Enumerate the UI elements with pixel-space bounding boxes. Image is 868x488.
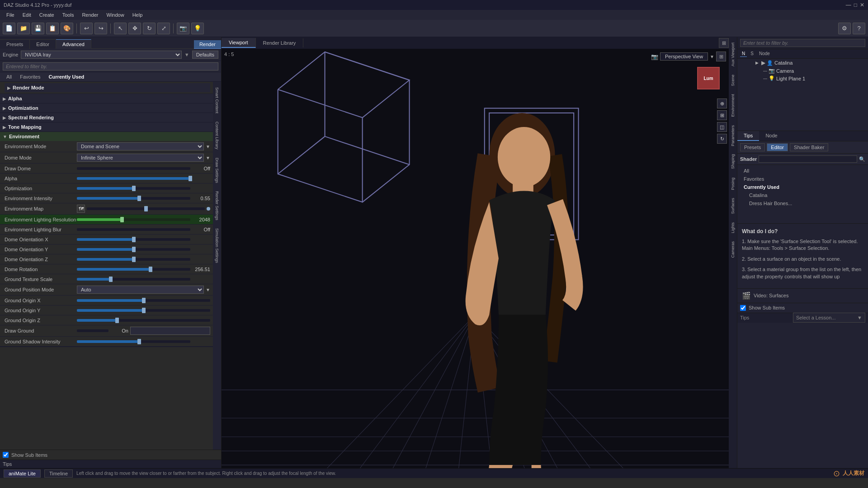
render-settings-tab[interactable]: Render Settings (214, 188, 220, 224)
animate-lite-tab[interactable]: aniMate Lite (4, 469, 41, 478)
scene-vtab[interactable]: Scene (730, 71, 736, 90)
alpha-header[interactable]: ▶ Alpha (0, 94, 213, 103)
show-sub-items-check[interactable] (3, 452, 9, 458)
content-library-tab[interactable]: Content Library (214, 118, 220, 153)
alpha-slider[interactable] (77, 177, 190, 180)
window-controls[interactable]: — □ ✕ (846, 2, 864, 8)
tool-light[interactable]: 💡 (191, 23, 204, 34)
ground-position-dropdown[interactable]: ▼ (206, 287, 210, 292)
env-mode-select[interactable]: Dome and Scene (77, 142, 204, 150)
shader-sub-catalina[interactable]: Catalina (740, 191, 865, 199)
env-intensity-slider[interactable] (77, 197, 190, 200)
draw-ground-slider[interactable] (77, 329, 108, 332)
ground-position-select[interactable]: Auto (77, 286, 204, 294)
minimize-btn[interactable]: — (846, 2, 851, 8)
env-map-slider[interactable] (87, 207, 205, 210)
tool-scale[interactable]: ⤢ (157, 23, 170, 34)
render-mode-arrow[interactable]: ▶ (7, 85, 11, 90)
scene-n-tab[interactable]: N (740, 51, 747, 57)
engine-select[interactable]: NVIDIA Iray (21, 51, 181, 59)
dome-mode-select[interactable]: Infinite Sphere (77, 154, 204, 162)
lights-vtab[interactable]: Lights (730, 219, 736, 237)
right-filter-input[interactable] (740, 39, 865, 47)
posing-vtab[interactable]: Posing (730, 174, 736, 194)
vp-camera-icon[interactable]: 📷 (651, 53, 658, 60)
menu-help[interactable]: Help (129, 11, 146, 19)
right-show-sub-items-check[interactable] (740, 305, 746, 311)
shaping-vtab[interactable]: Shaping (730, 150, 736, 173)
env-map-icon[interactable]: 🗺 (77, 205, 85, 213)
menu-tools[interactable]: Tools (59, 11, 78, 19)
render-btn[interactable]: 🎨 (61, 23, 73, 34)
menu-file[interactable]: File (3, 11, 18, 19)
simulation-settings-tab[interactable]: Simulation Settings (214, 225, 220, 267)
tone-mapping-header[interactable]: ▶ Tone Mapping (0, 122, 213, 131)
scene-node-tab[interactable]: Node (757, 51, 772, 57)
dome-orient-y-slider[interactable] (77, 248, 190, 251)
menu-create[interactable]: Create (36, 11, 58, 19)
surfaces-vtab[interactable]: Surfaces (730, 194, 736, 218)
select-lesson-dropdown[interactable]: Select a Lesson... ▼ (793, 313, 865, 323)
nav-cube-face[interactable]: Lum (697, 67, 720, 89)
engine-dropdown-icon[interactable]: ▼ (184, 52, 189, 57)
vp-fullscreen-btn[interactable]: ⊞ (716, 52, 726, 61)
maximize-btn[interactable]: □ (854, 2, 857, 8)
vp-tab-render-library[interactable]: Render Library (256, 38, 304, 47)
dome-rotation-slider[interactable] (77, 268, 190, 271)
menu-window[interactable]: Window (103, 11, 128, 19)
catalina-expand-icon[interactable]: ▶ (761, 60, 765, 66)
menu-render[interactable]: Render (78, 11, 102, 19)
nav-cube[interactable]: Lum (697, 67, 724, 94)
new-file-btn[interactable]: 📄 (3, 23, 15, 34)
catalina-arrow[interactable]: ▶ (755, 61, 760, 65)
aux-viewport-tab[interactable]: Aux Viewport (730, 39, 736, 70)
defaults-button[interactable]: Defaults (192, 51, 218, 59)
tab-editor[interactable]: Editor (30, 39, 56, 49)
cat-currently-used[interactable]: Currently Used (45, 73, 88, 80)
tree-row-lightplane[interactable]: — 💡 Light Plane 1 (737, 75, 868, 82)
vp-view-label[interactable]: Perspective View (660, 52, 708, 61)
vp-view-dropdown[interactable]: ▼ (710, 54, 714, 59)
optimization-header[interactable]: ▶ Optimization (0, 103, 213, 113)
dome-orient-x-slider[interactable] (77, 238, 190, 241)
tool-rotate[interactable]: ↻ (143, 23, 156, 34)
vp-tab-viewport[interactable]: Viewport (222, 38, 256, 48)
smart-content-tab[interactable]: Smart Content (214, 84, 220, 117)
shader-cat-all[interactable]: All (740, 167, 865, 175)
optimization-slider[interactable] (77, 187, 190, 190)
open-file-btn[interactable]: 📁 (17, 23, 30, 34)
shader-search-icon[interactable]: 🔍 (859, 156, 865, 162)
timeline-tab[interactable]: Timeline (44, 469, 73, 478)
help-icon-btn[interactable]: ? (853, 23, 865, 34)
settings-btn[interactable]: ⚙ (838, 23, 851, 34)
render-button[interactable]: Render (194, 40, 221, 49)
save-file-btn[interactable]: 💾 (32, 23, 44, 34)
environment-header[interactable]: ▼ Environment (0, 132, 213, 141)
dome-mode-dropdown[interactable]: ▼ (206, 155, 210, 160)
tips-tab[interactable]: Tips (737, 131, 759, 141)
ground-texture-slider[interactable] (77, 278, 190, 281)
undo-btn[interactable]: ↩ (80, 23, 93, 34)
scene-s-tab[interactable]: S (749, 51, 755, 57)
close-btn[interactable]: ✕ (860, 2, 864, 8)
shader-search-bar[interactable] (759, 155, 857, 163)
ground-origin-y-slider[interactable] (77, 309, 210, 312)
cameras-vtab[interactable]: Cameras (730, 238, 736, 262)
cat-favorites[interactable]: Favorites (16, 73, 44, 80)
shader-cat-favorites[interactable]: Favorites (740, 175, 865, 183)
tree-row-catalina[interactable]: ▶ ▶ 👤 Catalina (737, 59, 868, 67)
tab-presets[interactable]: Presets (0, 39, 30, 49)
viewport[interactable]: 4 : 5 📷 Perspective View ▼ ⊞ Lum ⊕ ⊞ ◫ ↻ (222, 49, 729, 468)
tree-row-camera[interactable]: — 📷 Camera (737, 67, 868, 75)
draw-settings-tab[interactable]: Draw Settings (214, 154, 220, 187)
tool-camera[interactable]: 📷 (177, 23, 189, 34)
env-lighting-res-slider[interactable] (77, 218, 190, 221)
shader-baker-tab[interactable]: Shader Baker (790, 143, 828, 151)
ground-shadow-slider[interactable] (77, 340, 190, 343)
environment-vtab[interactable]: Environment (730, 90, 736, 121)
shader-cat-currently-used[interactable]: Currently Used (740, 183, 865, 191)
cat-all[interactable]: All (3, 73, 15, 80)
shader-editor-tab[interactable]: Editor (767, 143, 788, 151)
env-mode-dropdown[interactable]: ▼ (206, 144, 210, 149)
vp-zoom-fit-btn[interactable]: ⊕ (717, 99, 727, 108)
